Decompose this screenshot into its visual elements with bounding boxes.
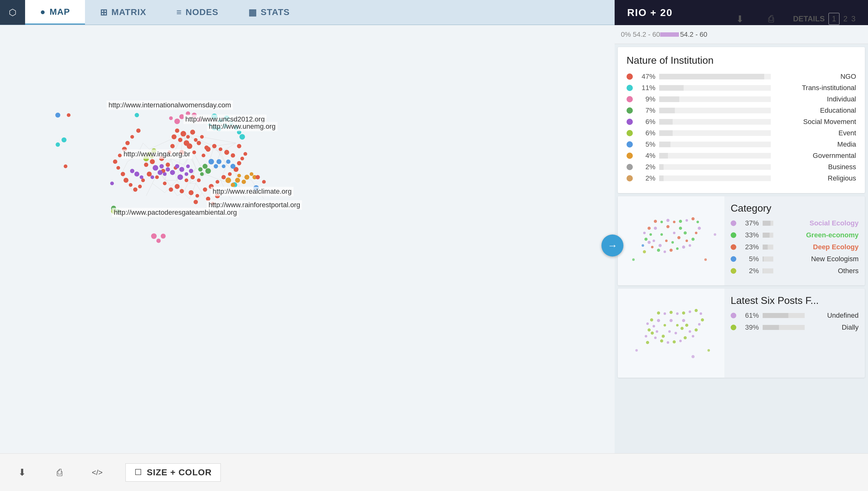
svg-point-83 xyxy=(159,156,164,161)
svg-point-164 xyxy=(158,170,163,175)
svg-point-180 xyxy=(143,156,149,162)
next-arrow-button[interactable]: → xyxy=(601,234,623,257)
svg-line-45 xyxy=(146,183,152,196)
svg-point-73 xyxy=(194,138,197,142)
svg-point-143 xyxy=(61,138,66,143)
svg-point-237 xyxy=(691,217,694,221)
svg-point-228 xyxy=(643,232,646,234)
nature-color-dot xyxy=(626,119,633,125)
bottom-print-button[interactable]: ⎙ xyxy=(762,9,780,28)
svg-point-232 xyxy=(689,244,691,247)
svg-point-238 xyxy=(685,219,688,222)
svg-point-269 xyxy=(648,328,651,331)
category-bar-container xyxy=(763,268,773,273)
category-percentage: 33% xyxy=(740,231,759,239)
svg-line-48 xyxy=(196,183,202,193)
latest-bar xyxy=(763,313,788,318)
svg-point-264 xyxy=(654,337,657,339)
nature-percentage: 47% xyxy=(637,73,655,81)
svg-point-168 xyxy=(151,175,154,179)
nature-color-dot xyxy=(626,85,633,91)
svg-point-236 xyxy=(696,221,699,223)
svg-point-202 xyxy=(243,152,247,156)
svg-point-191 xyxy=(225,177,231,183)
svg-line-55 xyxy=(239,186,246,199)
tab-nodes-label: NODES xyxy=(186,7,219,17)
nature-percentage: 9% xyxy=(637,95,655,103)
bottom-download-button[interactable]: ⬇ xyxy=(730,9,749,28)
svg-point-141 xyxy=(237,130,242,134)
map-area[interactable]: http://www.internationalwomensday.com ht… xyxy=(0,25,615,453)
nature-bar xyxy=(659,119,673,125)
svg-point-247 xyxy=(657,319,660,322)
svg-point-276 xyxy=(700,312,702,315)
category-color-dot xyxy=(731,232,736,238)
svg-point-214 xyxy=(671,241,674,243)
svg-line-53 xyxy=(183,193,190,199)
nodes-tab-icon: ≡ xyxy=(176,7,182,17)
svg-point-254 xyxy=(675,332,677,334)
svg-point-74 xyxy=(172,134,177,139)
details-control[interactable]: DETAILS 1 2 3 xyxy=(793,13,856,25)
tab-nodes[interactable]: ≡ NODES xyxy=(161,0,233,25)
nature-row: 7% Educational xyxy=(626,107,856,115)
size-color-button[interactable]: ☐ SIZE + COLOR xyxy=(125,463,221,482)
svg-point-205 xyxy=(134,113,139,117)
tab-map-label: MAP xyxy=(50,7,70,17)
right-panel: RIO + 20 0% 54.2 - 60 54.2 - 60 Nature o… xyxy=(615,0,868,453)
tab-matrix[interactable]: ⊞ MATRIX xyxy=(85,0,161,25)
svg-point-153 xyxy=(156,239,161,243)
category-bar xyxy=(763,233,770,238)
svg-point-240 xyxy=(673,221,676,223)
latest-percentage: 61% xyxy=(740,311,759,320)
category-bar xyxy=(763,268,763,273)
svg-point-158 xyxy=(200,172,204,176)
tab-map[interactable]: ● MAP xyxy=(25,0,85,25)
svg-point-219 xyxy=(682,246,685,249)
category-minimap-svg xyxy=(618,196,724,285)
detail-2[interactable]: 2 xyxy=(843,15,847,23)
svg-point-221 xyxy=(670,249,673,252)
detail-3[interactable]: 3 xyxy=(851,15,856,23)
svg-point-203 xyxy=(255,175,260,179)
nature-label: Media xyxy=(775,140,856,148)
print-button[interactable]: ⎙ xyxy=(50,463,69,482)
download-button[interactable]: ⬇ xyxy=(12,463,31,482)
stats-range-value: 54.2 - 60 xyxy=(680,30,708,39)
category-bar-container xyxy=(763,221,773,226)
nature-row: 6% Social Movement xyxy=(626,118,856,126)
latest-posts-panel: Latest Six Posts F... 61% Undefined 39% … xyxy=(618,289,865,378)
svg-point-106 xyxy=(228,172,232,176)
svg-line-66 xyxy=(258,190,264,199)
svg-point-160 xyxy=(116,209,120,213)
svg-point-175 xyxy=(130,169,134,173)
category-bar-container xyxy=(763,233,773,238)
category-percentage: 23% xyxy=(740,243,759,251)
svg-point-199 xyxy=(67,113,70,117)
category-color-dot xyxy=(731,268,736,274)
svg-point-129 xyxy=(211,202,215,205)
latest-bar-container xyxy=(763,325,805,330)
detail-1[interactable]: 1 xyxy=(829,13,839,25)
svg-point-273 xyxy=(694,328,698,331)
svg-point-144 xyxy=(56,143,60,147)
svg-point-79 xyxy=(179,150,184,155)
logo-icon: ⬡ xyxy=(9,7,16,18)
svg-point-136 xyxy=(223,123,228,128)
latest-label: Undefined xyxy=(808,311,859,320)
svg-point-170 xyxy=(179,167,184,172)
svg-point-258 xyxy=(689,330,691,333)
category-row: 23% Deep Ecology xyxy=(731,243,859,251)
svg-point-176 xyxy=(134,172,139,177)
svg-point-278 xyxy=(689,311,691,313)
category-row: 5% New Ecologism xyxy=(731,255,859,263)
svg-point-116 xyxy=(136,128,141,133)
tab-stats[interactable]: ▦ STATS xyxy=(233,0,305,25)
svg-point-99 xyxy=(180,189,184,193)
nature-percentage: 6% xyxy=(637,129,655,137)
category-rows: 37% Social Ecology 33% Green-economy 23%… xyxy=(731,219,859,275)
code-button[interactable]: </> xyxy=(88,463,106,482)
nature-percentage: 4% xyxy=(637,152,655,160)
svg-point-188 xyxy=(230,164,236,169)
svg-point-225 xyxy=(648,241,651,244)
